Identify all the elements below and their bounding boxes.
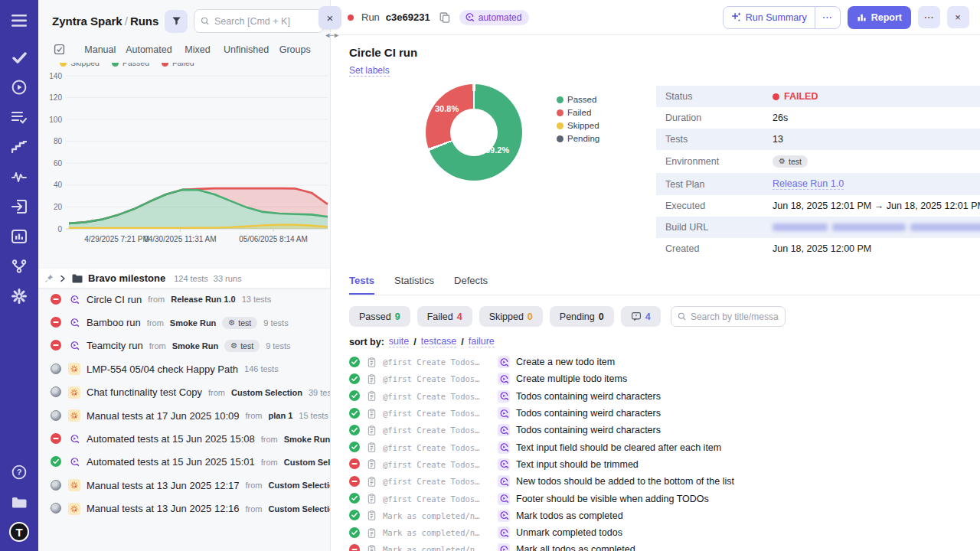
run-list-item[interactable]: Circle CI runfromRelease Run 1.013 tests (38, 288, 330, 311)
report-button[interactable]: Report (848, 6, 911, 29)
checkmark-icon[interactable] (9, 47, 29, 67)
select-all-icon[interactable] (54, 44, 65, 55)
test-row[interactable]: @first Create Todos…Todos containing wei… (349, 422, 980, 439)
clipboard-icon (367, 442, 377, 452)
run-summary-button[interactable]: Run Summary ⋯ (723, 6, 841, 29)
project-name[interactable]: Zyntra Spark (52, 15, 122, 28)
tests-search[interactable] (671, 306, 786, 327)
run-list-item[interactable]: Chat functinality test CopyfromCustom Se… (38, 381, 330, 404)
tests-search-input[interactable] (691, 311, 779, 322)
run-list-item[interactable]: Automated tests at 15 Jun 2025 15:01from… (38, 451, 330, 474)
run-list-item[interactable]: Manual tests at 13 Jun 2025 12:16fromCus… (38, 497, 330, 520)
failed-icon (51, 294, 62, 305)
help-icon[interactable]: ? (9, 462, 29, 482)
test-row[interactable]: @first Create Todos…Text input should be… (349, 456, 980, 473)
tab-defects[interactable]: Defects (454, 275, 488, 295)
tab-tests[interactable]: Tests (349, 275, 374, 295)
steps-icon[interactable] (9, 137, 29, 157)
run-tests-count: 9 tests (263, 318, 288, 328)
runs-history-chart: 0204060801001201404/29/2025 7:21 PM04/30… (38, 70, 330, 252)
sort-testcase-link[interactable]: testcase (421, 336, 457, 347)
test-plan-link[interactable]: Release Run 1.0 (773, 178, 844, 190)
sort-row: sort by: suite / testcase / failure (349, 336, 980, 347)
menu-icon[interactable] (9, 11, 29, 31)
test-suite: @first Create Todos… (383, 443, 492, 452)
filter-pending[interactable]: Pending 0 (550, 306, 614, 327)
list-check-icon[interactable] (9, 107, 29, 127)
test-row[interactable]: @first Create Todos…Footer should be vis… (349, 490, 980, 507)
runs-search-input[interactable] (214, 16, 317, 27)
tab-mixed[interactable]: Mixed (173, 44, 222, 55)
run-list-item[interactable]: Automated tests at 15 Jun 2025 15:08from… (38, 427, 330, 450)
run-summary-more-button[interactable]: ⋯ (815, 7, 840, 28)
automated-run-icon (68, 456, 80, 468)
close-panel-button[interactable]: × (318, 6, 341, 29)
automated-test-icon (498, 373, 510, 385)
close-run-button[interactable]: × (947, 6, 969, 28)
branches-icon[interactable] (9, 256, 29, 276)
import-icon[interactable] (9, 197, 29, 217)
play-circle-icon[interactable] (9, 77, 29, 97)
donut-failed-label: 30.8% (435, 104, 459, 113)
more-actions-button[interactable]: ⋯ (918, 6, 940, 28)
run-list-item[interactable]: Bamboo runfromSmoke Run⚙test9 tests (38, 311, 330, 334)
activity-icon[interactable] (9, 167, 29, 187)
milestone-row[interactable]: Bravo milestone 124 tests 33 runs (38, 269, 330, 288)
test-row[interactable]: Mark as completed/n…Mark todos as comple… (349, 507, 980, 524)
test-row[interactable]: @first Create Todos…Create a new todo it… (349, 354, 980, 370)
folders-icon[interactable] (9, 492, 29, 512)
automated-test-icon (498, 390, 510, 403)
filter-skipped[interactable]: Skipped 0 (479, 306, 543, 327)
pin-icon[interactable] (44, 274, 54, 283)
test-row[interactable]: @first Create Todos…Todos containing wei… (349, 405, 980, 422)
tab-automated[interactable]: Automated (125, 44, 174, 55)
detail-row: CreatedJun 18, 2025 12:00 PM (656, 238, 980, 259)
from-label: from (245, 504, 262, 514)
bar-chart-icon[interactable] (9, 227, 29, 246)
tab-unfinished[interactable]: Unfinished (222, 44, 271, 55)
chevron-right-icon[interactable] (59, 275, 67, 282)
automated-run-icon (68, 293, 80, 305)
tab-groups[interactable]: Groups (270, 44, 319, 55)
test-row[interactable]: Mark as completed/n…Mark all todos as co… (349, 541, 980, 551)
test-suite: @first Create Todos… (383, 357, 492, 367)
resize-handle-icon[interactable]: ◄–► (324, 31, 339, 39)
sort-suite-link[interactable]: suite (389, 336, 409, 347)
run-list-item[interactable]: Teamcity runfromSmoke Run⚙test9 tests (38, 334, 330, 357)
detail-label: Tests (665, 134, 773, 145)
run-list-item[interactable]: Manual tests at 13 Jun 2025 12:17fromCus… (38, 474, 330, 497)
sort-failure-link[interactable]: failure (469, 336, 495, 347)
set-labels-link[interactable]: Set labels (349, 65, 390, 77)
app-logo[interactable]: T (9, 522, 29, 542)
runs-search[interactable] (194, 9, 324, 33)
gear-icon[interactable] (9, 286, 29, 306)
tab-statistics[interactable]: Statistics (394, 275, 434, 295)
build-url-redacted (773, 223, 980, 231)
svg-text:?: ? (17, 468, 22, 477)
clipboard-icon (367, 459, 377, 469)
test-suite: Mark as completed/n… (383, 545, 492, 551)
tab-manual[interactable]: Manual (76, 44, 125, 55)
run-list-item[interactable]: Manual tests at 17 Jun 2025 10:09frompla… (38, 404, 330, 427)
filter-button[interactable] (165, 10, 188, 33)
test-row[interactable]: @first Create Todos…Create multiple todo… (349, 370, 980, 387)
copy-icon[interactable] (439, 12, 450, 23)
test-suite: @first Create Todos… (383, 392, 492, 401)
run-type-tabs: Manual Automated Mixed Unfinished Groups (38, 39, 330, 63)
automated-badge[interactable]: automated (459, 10, 530, 25)
from-label: from (149, 341, 166, 350)
filter-passed[interactable]: Passed 9 (349, 306, 410, 327)
filter-failed[interactable]: Failed 4 (417, 306, 472, 327)
clipboard-icon (367, 357, 377, 367)
test-row[interactable]: @first Create Todos…New todos should be … (349, 473, 980, 490)
detail-label: Executed (665, 201, 773, 211)
svg-text:40: 40 (54, 181, 63, 189)
legend-item: Skipped (60, 63, 100, 67)
search-icon (201, 16, 210, 26)
test-title: New todos should be added to the bottom … (516, 476, 734, 487)
run-list-item[interactable]: LMP-554 05/04 check Happy Path146 tests (38, 357, 330, 380)
test-row[interactable]: Mark as completed/n…Unmark completed tod… (349, 524, 980, 541)
test-row[interactable]: @first Create Todos…Todos containing wei… (349, 388, 980, 405)
comments-filter[interactable]: 4 (621, 306, 661, 327)
test-row[interactable]: @first Create Todos…Text input field sho… (349, 439, 980, 455)
